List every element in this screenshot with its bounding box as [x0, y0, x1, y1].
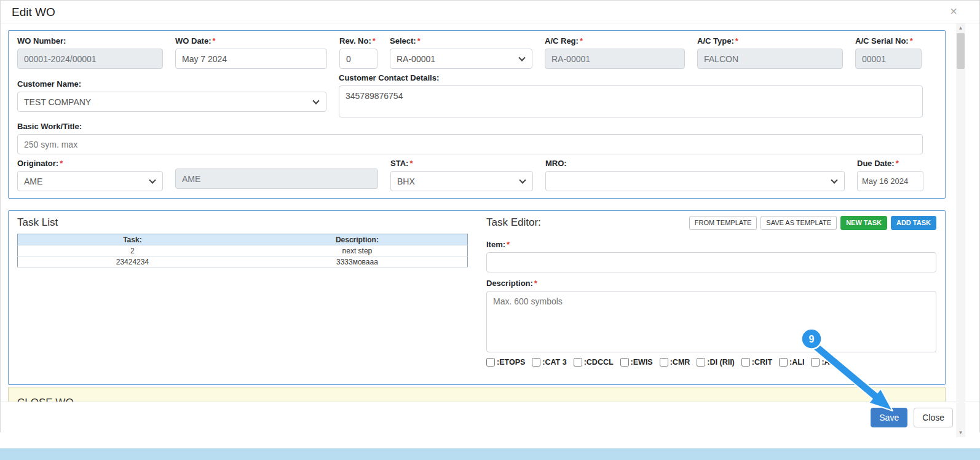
mro-field: MRO: [545, 154, 845, 191]
originator-name-field [175, 154, 378, 191]
sta-field: STA:* BHX [390, 154, 533, 191]
sta-dropdown[interactable]: BHX [390, 171, 533, 191]
from-template-button[interactable]: FROM TEMPLATE [689, 216, 757, 230]
task-list-panel: Task List Task: Description: 2 next step [17, 212, 468, 367]
tasks-section: Task List Task: Description: 2 next step [8, 210, 946, 385]
ac-reg-label: A/C Reg:* [545, 36, 685, 46]
wo-details-row-1: WO Number: WO Date:* Rev. No:* Select:* … [17, 32, 936, 69]
etops-checkbox-input[interactable] [486, 358, 495, 367]
ad-checkbox-input[interactable] [811, 358, 820, 367]
cdccl-checkbox[interactable]: :CDCCL [574, 358, 614, 367]
di-rii-checkbox-input[interactable] [697, 358, 705, 367]
crit-checkbox-input[interactable] [741, 358, 750, 367]
customer-contact-field: Customer Contact Details: 345789876754 [339, 69, 923, 117]
task-list-table: Task: Description: 2 next step 23424234 [17, 234, 468, 268]
etops-checkbox[interactable]: :ETOPS [486, 358, 525, 367]
originator-label: Originator:* [17, 159, 163, 168]
wo-number-label: WO Number: [17, 36, 163, 46]
rev-no-label: Rev. No:* [339, 36, 377, 46]
aircraft-select-field: Select:* RA-00001 [390, 32, 532, 69]
customer-name-field: Customer Name: TEST COMPANY [17, 69, 326, 117]
ali-checkbox[interactable]: :ALI [779, 358, 804, 367]
task-cell[interactable]: 23424234 [18, 256, 247, 268]
due-date-field: Due Date:* [857, 154, 923, 191]
originator-field: Originator:* AME [17, 154, 163, 191]
vertical-scrollbar[interactable]: ▲ ▼ [956, 23, 965, 437]
ewis-checkbox-input[interactable] [620, 358, 629, 367]
wo-details-row-4: Originator:* AME STA:* BHX [17, 154, 936, 191]
originator-dropdown[interactable]: AME [17, 171, 163, 191]
task-flags-row: :ETOPS :CAT 3 :CDCCL :EWIS :CMR :DI (RII… [486, 358, 936, 367]
task-column-header: Task: [18, 234, 247, 245]
item-label: Item:* [486, 240, 936, 249]
chevron-down-icon [149, 176, 156, 183]
ac-type-label: A/C Type:* [697, 36, 843, 46]
wo-date-label: WO Date:* [175, 36, 327, 46]
cdccl-checkbox-input[interactable] [574, 358, 582, 367]
table-row[interactable]: 2 next step [18, 245, 468, 256]
aircraft-select-dropdown[interactable]: RA-00001 [390, 49, 532, 69]
description-cell[interactable]: 3333мовааа [247, 256, 468, 268]
scroll-down-icon[interactable]: ▼ [956, 428, 965, 437]
customer-contact-textarea[interactable]: 345789876754 [339, 85, 923, 117]
cat3-checkbox[interactable]: :CAT 3 [532, 358, 566, 367]
crit-checkbox[interactable]: :CRIT [741, 358, 772, 367]
customer-name-label: Customer Name: [17, 79, 326, 89]
modal-footer: Save Close [1, 402, 979, 433]
ac-serial-input [855, 49, 922, 69]
cmr-checkbox[interactable]: :CMR [660, 358, 690, 367]
task-editor-title: Task Editor: [486, 216, 541, 229]
rev-no-field: Rev. No:* [339, 32, 377, 69]
wo-details-section: WO Number: WO Date:* Rev. No:* Select:* … [8, 30, 946, 199]
sta-label: STA:* [390, 159, 533, 168]
new-task-button[interactable]: NEW TASK [840, 216, 887, 230]
wo-number-input [17, 49, 163, 69]
task-cell[interactable]: 2 [18, 245, 247, 256]
di-rii-checkbox[interactable]: :DI (RII) [697, 358, 734, 367]
mro-label: MRO: [545, 159, 845, 168]
customer-name-dropdown[interactable]: TEST COMPANY [17, 92, 326, 112]
description-cell[interactable]: next step [247, 245, 468, 256]
originator-name-input [175, 169, 378, 189]
rev-no-input[interactable] [339, 49, 377, 69]
scrollbar-thumb[interactable] [957, 33, 965, 69]
close-icon[interactable]: × [950, 5, 957, 17]
wo-date-input[interactable] [175, 49, 327, 69]
ac-serial-label: A/C Serial No:* [855, 36, 922, 46]
customer-contact-label: Customer Contact Details: [339, 73, 923, 82]
task-description-textarea[interactable] [486, 291, 936, 352]
item-input[interactable] [486, 252, 936, 272]
close-button[interactable]: Close [914, 408, 953, 427]
cmr-checkbox-input[interactable] [660, 358, 668, 367]
modal-header: Edit WO × [1, 1, 979, 23]
table-row[interactable]: 23424234 3333мовааа [18, 256, 468, 268]
due-date-input[interactable] [857, 171, 923, 191]
ali-checkbox-input[interactable] [779, 358, 788, 367]
mro-dropdown[interactable] [545, 171, 845, 191]
ac-type-input [697, 49, 843, 69]
ac-reg-input [545, 49, 685, 69]
due-date-label: Due Date:* [857, 159, 923, 168]
wo-details-row-2: Customer Name: TEST COMPANY Customer Con… [17, 69, 936, 117]
page-bottom-strip [0, 448, 980, 460]
chevron-down-icon [312, 97, 319, 104]
edit-wo-modal: Edit WO × WO Number: WO Date:* Rev. No:* [0, 0, 980, 432]
scroll-up-icon[interactable]: ▲ [956, 23, 965, 33]
chevron-down-icon [519, 176, 526, 183]
ewis-checkbox[interactable]: :EWIS [620, 358, 653, 367]
save-button[interactable]: Save [871, 408, 907, 427]
basic-work-input[interactable] [17, 134, 923, 154]
basic-work-field: Basic Work/Title: [17, 117, 923, 154]
ac-serial-field: A/C Serial No:* [855, 32, 922, 69]
task-list-title: Task List [17, 216, 468, 229]
wo-details-row-3: Basic Work/Title: [17, 117, 936, 154]
modal-title: Edit WO [12, 6, 968, 19]
wo-date-field: WO Date:* [175, 32, 327, 69]
cat3-checkbox-input[interactable] [532, 358, 540, 367]
task-description-label: Description:* [486, 279, 936, 288]
add-task-button[interactable]: ADD TASK [891, 216, 936, 230]
wo-number-field: WO Number: [17, 32, 163, 69]
aircraft-select-label: Select:* [390, 36, 532, 46]
save-as-template-button[interactable]: SAVE AS TEMPLATE [761, 216, 837, 230]
ad-checkbox[interactable]: :AD [811, 358, 835, 367]
